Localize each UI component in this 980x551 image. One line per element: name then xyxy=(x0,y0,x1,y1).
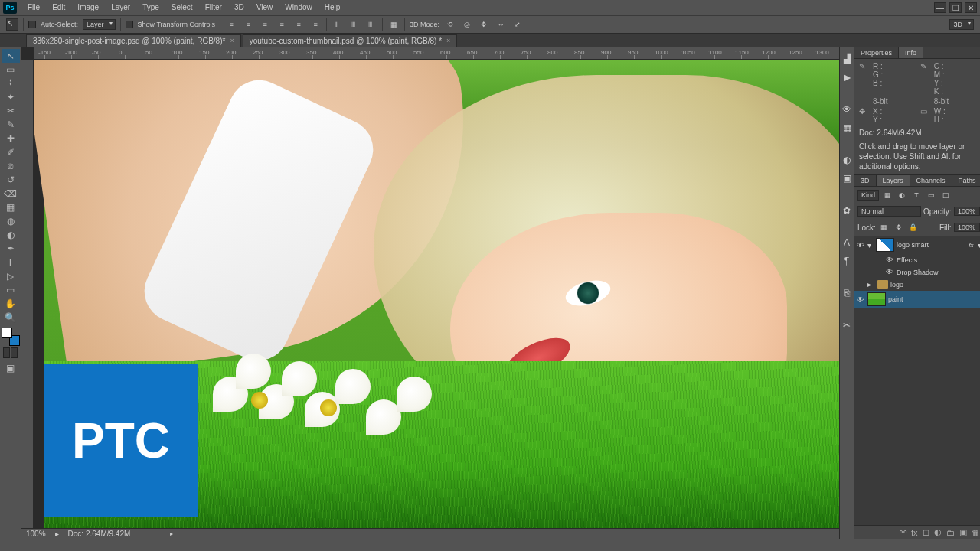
fx-badge[interactable]: fx xyxy=(969,242,973,249)
filter-type-icon[interactable]: T xyxy=(910,189,923,201)
properties-tab[interactable]: Properties xyxy=(854,47,899,58)
clone-source-icon[interactable]: ⎘ xyxy=(840,286,854,300)
menu-type[interactable]: Type xyxy=(136,0,165,15)
status-menu-icon[interactable]: ▸ xyxy=(170,530,173,537)
lasso-tool[interactable]: ⌇ xyxy=(2,77,20,90)
align-right-icon[interactable]: ≡ xyxy=(259,18,271,31)
color-swatches[interactable] xyxy=(2,328,20,346)
distribute-3-icon[interactable]: ⊪ xyxy=(365,18,377,31)
distribute-1-icon[interactable]: ⊪ xyxy=(332,18,344,31)
menu-edit[interactable]: Edit xyxy=(46,0,71,15)
window-close[interactable]: ✕ xyxy=(965,2,977,13)
marquee-tool[interactable]: ▭ xyxy=(2,63,20,77)
brushes-icon[interactable]: ✿ xyxy=(840,204,854,217)
zoom-level[interactable]: 100% xyxy=(26,530,46,538)
paragraph-icon[interactable]: ¶ xyxy=(840,254,854,268)
healing-tool[interactable]: ✚ xyxy=(2,132,20,145)
lock-position-icon[interactable]: ✥ xyxy=(893,221,905,233)
styles-icon[interactable]: ▣ xyxy=(840,171,854,185)
character-icon[interactable]: A xyxy=(840,236,854,249)
eyedropper-tool[interactable]: ✎ xyxy=(2,118,20,132)
layer-paint[interactable]: 👁 paint xyxy=(854,291,980,308)
align-top-icon[interactable]: ≡ xyxy=(276,18,288,31)
menu-3d[interactable]: 3D xyxy=(228,0,250,15)
distribute-2-icon[interactable]: ⊪ xyxy=(348,18,361,31)
layer-drop-shadow[interactable]: 👁 Drop Shadow xyxy=(854,266,980,279)
3d-orbit-icon[interactable]: ⟲ xyxy=(444,18,456,31)
foreground-color[interactable] xyxy=(2,328,12,338)
visibility-icon[interactable]: 👁 xyxy=(885,256,894,264)
visibility-icon[interactable]: 👁 xyxy=(885,268,894,276)
path-select-tool[interactable]: ▷ xyxy=(2,269,20,283)
3d-pan-icon[interactable]: ✥ xyxy=(478,18,490,31)
ruler-vertical[interactable] xyxy=(21,60,34,539)
filter-smart-icon[interactable]: ◫ xyxy=(939,189,952,201)
workspace-switcher[interactable]: 3D xyxy=(949,19,974,30)
3d-slide-icon[interactable]: ↔ xyxy=(495,18,507,31)
menu-filter[interactable]: Filter xyxy=(199,0,228,15)
link-layers-icon[interactable]: ⚯ xyxy=(900,527,906,537)
document-tab-2[interactable]: youtube-custom-thumbnail.psd @ 100% (pai… xyxy=(243,34,458,47)
filter-shape-icon[interactable]: ▭ xyxy=(925,189,937,201)
chevron-right-icon[interactable]: ▸ xyxy=(55,530,59,538)
align-bottom-icon[interactable]: ≡ xyxy=(309,18,322,31)
layer-logo-smart[interactable]: 👁 ▾ logo smart fx▾ xyxy=(854,236,980,254)
type-tool[interactable]: T xyxy=(2,256,20,269)
menu-window[interactable]: Window xyxy=(279,0,318,15)
auto-select-checkbox[interactable] xyxy=(28,21,36,28)
menu-select[interactable]: Select xyxy=(165,0,199,15)
align-left-icon[interactable]: ≡ xyxy=(225,18,237,31)
timeline-icon[interactable]: ✂ xyxy=(840,318,854,332)
screen-mode[interactable]: ▣ xyxy=(2,361,20,375)
3d-roll-icon[interactable]: ◎ xyxy=(461,18,473,31)
history-brush-tool[interactable]: ↺ xyxy=(2,173,20,187)
menu-view[interactable]: View xyxy=(250,0,279,15)
window-restore[interactable]: ❐ xyxy=(949,2,962,13)
ruler-horizontal[interactable]: -150-100-5005010015020025030035040045050… xyxy=(34,47,839,60)
show-transform-checkbox[interactable] xyxy=(126,21,133,28)
crop-tool[interactable]: ✂ xyxy=(2,104,20,118)
move-tool[interactable]: ↖ xyxy=(2,49,20,63)
layer-mask-icon[interactable]: ◻ xyxy=(923,527,929,537)
layer-effects[interactable]: 👁 Effects xyxy=(854,254,980,266)
eraser-tool[interactable]: ⌫ xyxy=(2,187,20,201)
auto-select-target[interactable]: Layer xyxy=(83,19,116,30)
layer-filter-kind[interactable]: Kind xyxy=(858,190,879,201)
canvas[interactable]: PTC xyxy=(34,60,839,528)
new-group-icon[interactable]: 🗀 xyxy=(946,528,955,537)
layers-tab[interactable]: Layers xyxy=(877,175,910,186)
auto-align-icon[interactable]: ▦ xyxy=(387,18,400,31)
pen-tool[interactable]: ✒ xyxy=(2,242,20,256)
lock-all-icon[interactable]: 🔒 xyxy=(907,221,920,233)
move-tool-icon[interactable]: ↖ xyxy=(6,18,18,31)
actions-icon[interactable]: ▶ xyxy=(840,70,854,84)
new-layer-icon[interactable]: ▣ xyxy=(959,527,967,537)
close-tab-icon[interactable]: × xyxy=(230,37,234,45)
info-tab[interactable]: Info xyxy=(899,47,923,58)
visibility-icon[interactable]: 👁 xyxy=(856,295,865,304)
gradient-tool[interactable]: ▦ xyxy=(2,201,20,214)
3d-scale-icon[interactable]: ⤢ xyxy=(511,18,524,31)
menu-help[interactable]: Help xyxy=(318,0,347,15)
menu-file[interactable]: File xyxy=(21,0,46,15)
lock-pixels-icon[interactable]: ▦ xyxy=(878,221,890,233)
filter-adjust-icon[interactable]: ◐ xyxy=(896,189,908,201)
align-center-h-icon[interactable]: ≡ xyxy=(242,18,254,31)
delete-layer-icon[interactable]: 🗑 xyxy=(972,528,980,537)
blur-tool[interactable]: ◍ xyxy=(2,214,20,228)
adjustment-layer-icon[interactable]: ◐ xyxy=(934,527,942,537)
3d-tab[interactable]: 3D xyxy=(854,175,877,186)
visibility-icon[interactable]: 👁 xyxy=(856,241,865,249)
histogram-icon[interactable]: ▟ xyxy=(840,52,854,66)
hand-tool[interactable]: ✋ xyxy=(2,297,20,311)
align-center-v-icon[interactable]: ≡ xyxy=(292,18,305,31)
quick-select-tool[interactable]: ✦ xyxy=(2,90,20,104)
dodge-tool[interactable]: ◐ xyxy=(2,228,20,242)
quick-mask-toggle[interactable] xyxy=(2,347,19,361)
swatches-icon[interactable]: ▦ xyxy=(840,121,854,135)
navigator-icon[interactable]: 👁 xyxy=(840,103,854,116)
channels-tab[interactable]: Channels xyxy=(910,175,952,186)
window-minimize[interactable]: — xyxy=(934,2,946,13)
zoom-tool[interactable]: 🔍 xyxy=(2,311,20,324)
brush-tool[interactable]: ✐ xyxy=(2,145,20,159)
